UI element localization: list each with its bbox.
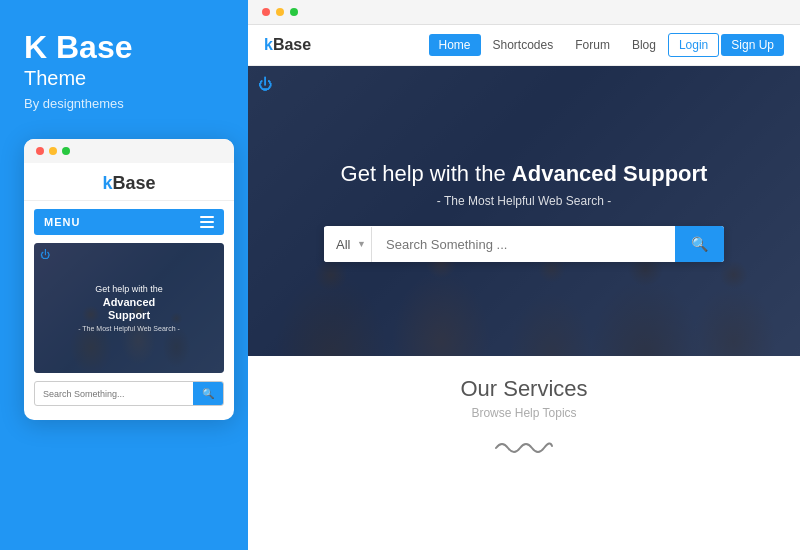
browser-dot-red: [262, 8, 270, 16]
mobile-hero-overlay: ⏻ Get help with the Advanced Support - T…: [34, 243, 224, 373]
mobile-hero-text2: Advanced Support: [103, 296, 156, 322]
power-icon: ⏻: [40, 249, 50, 260]
mobile-hero-tagline: - The Most Helpful Web Search -: [78, 325, 180, 332]
dot-yellow: [49, 147, 57, 155]
dot-red: [36, 147, 44, 155]
signup-button[interactable]: Sign Up: [721, 34, 784, 56]
desktop-nav: kBase Home Shortcodes Forum Blog Login S…: [248, 25, 800, 66]
mobile-search-button[interactable]: 🔍: [193, 382, 223, 405]
nav-link-home[interactable]: Home: [429, 34, 481, 56]
services-squiggle: [264, 432, 784, 462]
hero-title: Get help with the Advanced Support: [341, 160, 708, 189]
right-panel: kBase Home Shortcodes Forum Blog Login S…: [248, 0, 800, 550]
mobile-search-bar[interactable]: 🔍: [34, 381, 224, 406]
hero-search[interactable]: All ▼ 🔍: [324, 226, 724, 262]
desktop-power-icon: ⏻: [258, 76, 272, 92]
nav-link-shortcodes[interactable]: Shortcodes: [483, 34, 564, 56]
services-title: Our Services: [264, 376, 784, 402]
mobile-topbar: [24, 139, 234, 163]
search-category-select[interactable]: All: [324, 227, 372, 262]
mobile-menu-label: MENU: [44, 216, 80, 228]
left-panel: K Base Theme By designthemes kBase MENU: [0, 0, 248, 550]
desktop-hero: ⏻ Get help with the Advanced Support - T…: [248, 66, 800, 356]
desktop-hero-overlay: ⏻ Get help with the Advanced Support - T…: [248, 66, 800, 356]
brand-by: By designthemes: [24, 96, 124, 111]
services-subtitle: Browse Help Topics: [264, 406, 784, 420]
mobile-logo: kBase: [24, 163, 234, 201]
dot-green: [62, 147, 70, 155]
mobile-search-input[interactable]: [35, 383, 193, 405]
hero-title-bold: Advanced Support: [512, 161, 708, 186]
brand-subtitle: Theme: [24, 67, 86, 90]
desktop-logo: kBase: [264, 36, 311, 54]
browser-dot-green: [290, 8, 298, 16]
hero-search-input[interactable]: [372, 227, 675, 262]
login-button[interactable]: Login: [668, 33, 719, 57]
brand-title: K Base: [24, 30, 133, 65]
logo-k: k: [102, 173, 112, 193]
browser-dot-yellow: [276, 8, 284, 16]
mobile-hero-text1: Get help with the: [95, 284, 163, 296]
desktop-logo-k: k: [264, 36, 273, 53]
mobile-menu-bar[interactable]: MENU: [34, 209, 224, 235]
nav-link-blog[interactable]: Blog: [622, 34, 666, 56]
browser-chrome: [248, 0, 800, 25]
search-dropdown-wrapper[interactable]: All ▼: [324, 227, 372, 262]
mobile-preview-card: kBase MENU ⏻ Get help with the Advanced …: [24, 139, 234, 420]
hero-search-button[interactable]: 🔍: [675, 226, 724, 262]
hero-tagline: - The Most Helpful Web Search -: [437, 194, 611, 208]
mobile-logo-text: kBase: [102, 173, 155, 193]
nav-link-forum[interactable]: Forum: [565, 34, 620, 56]
hamburger-icon: [200, 216, 214, 228]
services-section: Our Services Browse Help Topics: [248, 356, 800, 472]
mobile-hero: ⏻ Get help with the Advanced Support - T…: [34, 243, 224, 373]
desktop-nav-links: Home Shortcodes Forum Blog Login Sign Up: [429, 33, 785, 57]
hero-title-normal: Get help with the: [341, 161, 506, 186]
